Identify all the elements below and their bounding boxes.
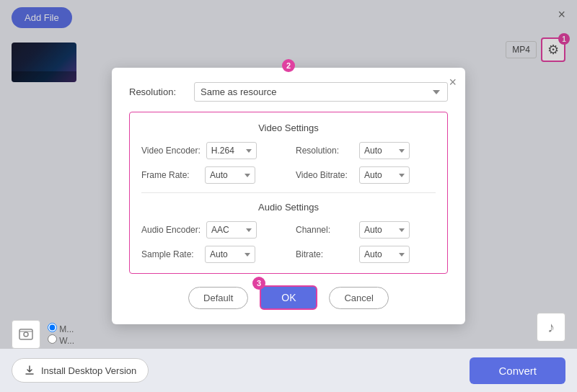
- video-encoder-select[interactable]: H.264: [206, 142, 257, 159]
- media-option-1[interactable]: M...: [48, 323, 74, 334]
- install-desktop-button[interactable]: Install Desktop Version: [12, 358, 149, 383]
- bitrate-select[interactable]: Auto: [359, 246, 410, 263]
- badge-3: 3: [252, 277, 265, 290]
- modal-close-button[interactable]: ×: [449, 75, 457, 90]
- settings-modal: 2 × Resolution: Same as resource Video S…: [112, 68, 465, 324]
- modal-footer: 3 Default OK Cancel: [129, 285, 448, 310]
- audio-encoder-row: Audio Encoder: AAC: [141, 221, 281, 239]
- svg-point-1: [24, 332, 28, 337]
- video-bitrate-label: Video Bitrate:: [296, 170, 353, 180]
- media-radio-2[interactable]: [48, 334, 57, 344]
- bitrate-label: Bitrate:: [296, 249, 353, 259]
- sample-rate-select[interactable]: Auto: [205, 246, 255, 263]
- settings-box: Video Settings Video Encoder: H.264 Reso…: [129, 112, 448, 274]
- music-icon: ♪: [537, 313, 565, 342]
- resolution-row: Resolution: Same as resource: [129, 82, 448, 102]
- resolution-right-label: Resolution:: [296, 146, 353, 156]
- default-button[interactable]: Default: [188, 287, 248, 309]
- audio-encoder-select[interactable]: AAC: [206, 221, 257, 239]
- sample-rate-label: Sample Rate:: [141, 249, 199, 259]
- sample-rate-row: Sample Rate: Auto: [141, 246, 281, 263]
- video-settings-grid: Video Encoder: H.264 Resolution: Auto: [141, 142, 436, 184]
- audio-settings-title: Audio Settings: [141, 202, 436, 213]
- cancel-button[interactable]: Cancel: [329, 287, 388, 309]
- video-settings-title: Video Settings: [141, 122, 436, 133]
- media-icon: [12, 320, 40, 349]
- resolution-select[interactable]: Same as resource: [194, 82, 448, 102]
- modal-overlay: 2 × Resolution: Same as resource Video S…: [0, 0, 577, 392]
- install-label: Install Desktop Version: [41, 365, 136, 376]
- audio-encoder-label: Audio Encoder:: [141, 225, 201, 235]
- channel-select[interactable]: Auto: [359, 221, 410, 239]
- resolution-label: Resolution:: [129, 86, 187, 97]
- video-bitrate-select[interactable]: Auto: [359, 166, 410, 184]
- resolution-right-row: Resolution: Auto: [296, 142, 436, 159]
- frame-rate-row: Frame Rate: Auto: [141, 166, 281, 184]
- bottom-bar: Install Desktop Version Convert: [0, 349, 577, 392]
- video-encoder-row: Video Encoder: H.264: [141, 142, 281, 159]
- audio-settings-grid: Audio Encoder: AAC Channel: Auto: [141, 221, 436, 263]
- resolution-right-select[interactable]: Auto: [359, 142, 410, 159]
- app-background: Add File × MP4 ⚙ 1 2 × Resolution: Same …: [0, 0, 577, 392]
- channel-label: Channel:: [296, 225, 353, 235]
- section-divider: [141, 192, 436, 193]
- badge-2: 2: [282, 59, 295, 72]
- svg-rect-0: [19, 329, 32, 339]
- media-option-2[interactable]: W...: [48, 334, 74, 346]
- frame-rate-label: Frame Rate:: [141, 170, 199, 180]
- download-icon: [24, 365, 35, 376]
- frame-rate-select[interactable]: Auto: [205, 166, 255, 184]
- media-options: M... W...: [48, 323, 74, 346]
- media-area: M... W...: [12, 320, 74, 349]
- media-radio-1[interactable]: [48, 323, 57, 332]
- ok-button[interactable]: OK: [260, 285, 317, 310]
- convert-button[interactable]: Convert: [470, 357, 565, 384]
- channel-row: Channel: Auto: [296, 221, 436, 239]
- video-bitrate-row: Video Bitrate: Auto: [296, 166, 436, 184]
- video-encoder-label: Video Encoder:: [141, 146, 201, 156]
- bitrate-row: Bitrate: Auto: [296, 246, 436, 263]
